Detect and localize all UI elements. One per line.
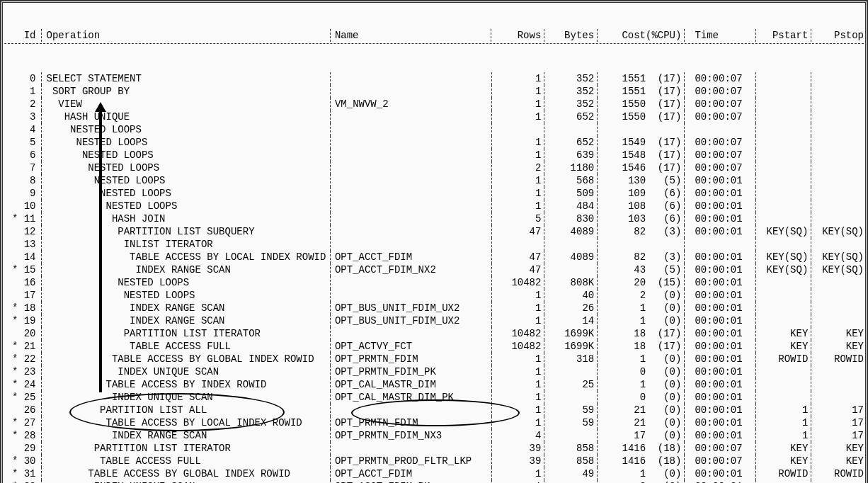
table-row: * 32 INDEX UNIQUE SCANOPT_ACCT_FDIM_PK10…: [4, 480, 864, 483]
cell-rows: 1: [496, 149, 542, 161]
cell-id: 0: [4, 72, 38, 85]
cell-operation: INDEX UNIQUE SCAN: [46, 391, 326, 404]
cell-time: 00:00:07: [689, 455, 752, 467]
cell-rows: 5: [496, 212, 542, 225]
cell-rows: 47: [496, 225, 542, 238]
table-row: 13 INLIST ITERATOR: [4, 238, 864, 251]
cell-pstop: KEY: [816, 340, 864, 353]
cell-cost: 1551: [602, 72, 646, 85]
cell-name: OPT_ACCT_FDIM_NX2: [335, 263, 489, 276]
col-name: Name: [335, 29, 489, 42]
cell-cost: 82: [602, 225, 646, 238]
cell-cpu: (17): [646, 149, 681, 161]
cell-operation: TABLE ACCESS BY GLOBAL INDEX ROWID: [46, 467, 326, 480]
cell-pstop: ROWID: [816, 467, 864, 480]
cell-name: [335, 72, 489, 85]
table-row: 7 NESTED LOOPS211801546(17)00:00:07: [4, 161, 864, 174]
cell-name: [335, 276, 489, 289]
cell-rows: 10482: [496, 276, 542, 289]
cell-bytes: 352: [549, 72, 594, 85]
cell-cpu: (17): [646, 110, 681, 123]
cell-bytes: 858: [549, 442, 594, 455]
cell-rows: 1: [496, 480, 542, 483]
cell-cpu: (17): [646, 72, 681, 85]
cell-rows: 1: [496, 353, 542, 365]
cell-operation: HASH JOIN: [46, 212, 326, 225]
cell-operation: TABLE ACCESS FULL: [46, 340, 326, 353]
cell-cpu: (0): [646, 416, 681, 429]
cell-operation: TABLE ACCESS BY LOCAL INDEX ROWID: [46, 416, 326, 429]
cell-cpu: (0): [646, 480, 681, 483]
cell-id: * 32: [4, 480, 38, 483]
cell-id: * 25: [4, 391, 38, 404]
cell-id: 4: [4, 123, 38, 136]
table-row: * 25 INDEX UNIQUE SCANOPT_CAL_MASTR_DIM_…: [4, 391, 864, 404]
cell-id: 9: [4, 187, 38, 200]
cell-pstop: KEY(SQ): [816, 225, 864, 238]
cell-id: 8: [4, 174, 38, 187]
cell-id: 3: [4, 110, 38, 123]
cell-cpu: (15): [646, 276, 681, 289]
cell-id: * 27: [4, 416, 38, 429]
col-time: Time: [689, 29, 752, 42]
cell-pstop: [816, 391, 864, 404]
cell-time: 00:00:01: [689, 429, 752, 442]
cell-name: OPT_ACCT_FDIM: [335, 251, 489, 263]
col-op: Operation: [46, 29, 326, 42]
cell-bytes: 652: [549, 136, 594, 149]
cell-name: [335, 327, 489, 340]
cell-pstop: [816, 123, 864, 136]
table-header: Id Operation Name Rows Bytes Cost (%CPU)…: [4, 29, 864, 44]
cell-pstop: [816, 161, 864, 174]
cell-cpu: (17): [646, 340, 681, 353]
cell-operation: TABLE ACCESS FULL: [46, 455, 326, 467]
cell-rows: 1: [496, 289, 542, 302]
cell-cpu: (18): [646, 442, 681, 455]
cell-pstart: [760, 136, 809, 149]
cell-operation: VIEW: [46, 98, 326, 110]
cell-cost: 1548: [602, 149, 646, 161]
cell-operation: INDEX RANGE SCAN: [46, 429, 326, 442]
cell-id: 7: [4, 161, 38, 174]
table-row: 29 PARTITION LIST ITERATOR398581416(18)0…: [4, 442, 864, 455]
cell-cost: 21: [602, 404, 646, 416]
table-row: 17 NESTED LOOPS1402(0)00:00:01: [4, 289, 864, 302]
cell-bytes: 4089: [549, 251, 594, 263]
cell-pstart: [760, 212, 809, 225]
cell-time: [689, 238, 752, 251]
cell-id: 26: [4, 404, 38, 416]
cell-time: 00:00:01: [689, 187, 752, 200]
cell-bytes: 59: [549, 404, 594, 416]
cell-cpu: (17): [646, 327, 681, 340]
cell-cpu: (0): [646, 314, 681, 327]
cell-pstart: [760, 110, 809, 123]
cell-rows: 4: [496, 429, 542, 442]
cell-id: * 28: [4, 429, 38, 442]
cell-cost: 130: [602, 174, 646, 187]
table-row: 2 VIEWVM_NWVW_213521550(17)00:00:07: [4, 98, 864, 110]
table-row: 1 SORT GROUP BY13521551(17)00:00:07: [4, 85, 864, 98]
cell-bytes: 59: [549, 416, 594, 429]
cell-cpu: (5): [646, 263, 681, 276]
cell-operation: TABLE ACCESS BY INDEX ROWID: [46, 378, 326, 391]
cell-cost: 1: [602, 467, 646, 480]
cell-operation: PARTITION LIST ITERATOR: [46, 442, 326, 455]
cell-name: [335, 123, 489, 136]
cell-cost: 0: [602, 391, 646, 404]
cell-operation: NESTED LOOPS: [46, 123, 326, 136]
cell-cost: 0: [602, 365, 646, 378]
cell-bytes: 25: [549, 378, 594, 391]
cell-time: 00:00:01: [689, 263, 752, 276]
cell-cpu: (0): [646, 391, 681, 404]
table-row: * 19 INDEX RANGE SCANOPT_BUS_UNIT_FDIM_U…: [4, 314, 864, 327]
cell-cpu: [646, 238, 681, 251]
cell-rows: 10482: [496, 327, 542, 340]
cell-time: 00:00:01: [689, 200, 752, 212]
cell-name: OPT_ACTVY_FCT: [335, 340, 489, 353]
cell-id: 16: [4, 276, 38, 289]
cell-operation: NESTED LOOPS: [46, 200, 326, 212]
cell-bytes: 568: [549, 174, 594, 187]
cell-bytes: [549, 123, 594, 136]
cell-cost: 1549: [602, 136, 646, 149]
col-pstop: Pstop: [816, 29, 864, 42]
